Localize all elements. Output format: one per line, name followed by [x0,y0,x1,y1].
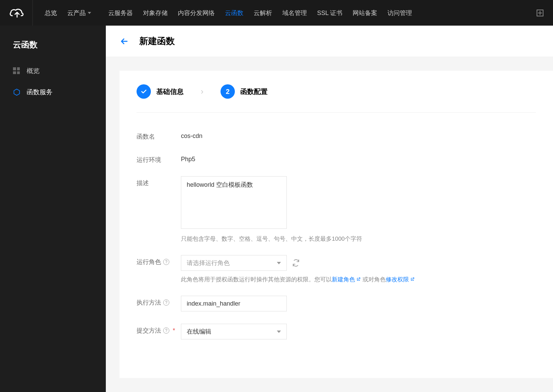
nav-item-cam[interactable]: 访问管理 [387,9,412,17]
grid-icon [13,67,20,75]
help-icon[interactable]: ? [163,327,169,334]
row-role: 运行角色 ? 请选择运行角色 此角色将用于授权函数运行时操作其 [137,255,536,283]
chevron-down-icon [277,262,281,264]
nav-primary: 总览 云产品 [33,9,91,17]
main-content: 新建函数 基础信息 › 2 函数配置 函数名 [106,26,553,392]
label-runtime: 运行环境 [137,153,181,164]
nav-overview-label: 总览 [45,9,57,17]
page-title: 新建函数 [139,35,175,47]
label-handler: 执行方法 ? [137,296,181,307]
help-icon[interactable]: ? [163,299,169,306]
external-link-icon [410,277,415,282]
nav-item-dns[interactable]: 云解析 [254,9,272,17]
logo[interactable] [0,0,33,26]
row-runtime: 运行环境 Php5 [137,153,536,164]
external-link-icon [356,277,361,282]
step-divider-icon: › [201,87,203,96]
row-submit-method: 提交方法 ? * 在线编辑 [137,324,536,339]
nav-item-domain[interactable]: 域名管理 [282,9,307,17]
row-handler: 执行方法 ? [137,296,536,311]
required-indicator: * [173,327,175,334]
wizard-steps: 基础信息 › 2 函数配置 [137,84,536,113]
nav-item-cvm[interactable]: 云服务器 [108,9,133,17]
svg-marker-0 [14,89,20,95]
nav-cloud-products[interactable]: 云产品 [67,9,91,17]
modify-permission-link[interactable]: 修改权限 [386,276,415,283]
cloud-logo-icon [9,8,24,18]
nav-item-icp[interactable]: 网站备案 [353,9,377,17]
value-function-name: cos-cdn [181,130,536,140]
submit-method-value: 在线编辑 [187,327,211,336]
sidebar: 云函数 概览 函数服务 [0,26,106,392]
nav-overview[interactable]: 总览 [45,9,57,17]
nav-item-cos[interactable]: 对象存储 [143,9,168,17]
sidebar-item-label: 概览 [27,67,40,75]
description-help: 只能包含字母、数字、空格、逗号、句号、中文，长度最多1000个字符 [181,235,536,243]
step-2[interactable]: 2 函数配置 [221,84,268,99]
label-function-name: 函数名 [137,130,181,141]
sidebar-item-label: 函数服务 [27,88,53,97]
hexagon-icon [13,88,20,96]
page-header: 新建函数 [106,26,553,57]
nav-secondary: 云服务器 对象存储 内容分发网络 云函数 云解析 域名管理 SSL 证书 网站备… [108,9,412,17]
row-function-name: 函数名 cos-cdn [137,130,536,141]
value-runtime: Php5 [181,153,536,163]
sidebar-item-overview[interactable]: 概览 [0,60,106,82]
step-2-circle: 2 [221,84,235,99]
create-role-link[interactable]: 新建角色 [332,276,361,283]
submit-method-select[interactable]: 在线编辑 [181,324,287,339]
nav-item-ssl[interactable]: SSL 证书 [317,9,342,17]
role-select[interactable]: 请选择运行角色 [181,255,287,271]
refresh-icon[interactable] [292,259,300,267]
nav-actions [537,10,553,16]
nav-item-scf[interactable]: 云函数 [225,9,243,17]
nav-item-cdn[interactable]: 内容分发网络 [178,9,215,17]
row-description: 描述 只能包含字母、数字、空格、逗号、句号、中文，长度最多1000个字符 [137,176,536,243]
check-icon [140,88,147,95]
label-submit-method: 提交方法 ? * [137,324,181,335]
sidebar-title: 云函数 [0,36,106,60]
sidebar-item-function-service[interactable]: 函数服务 [0,82,106,103]
label-description: 描述 [137,176,181,187]
nav-cloud-products-label: 云产品 [67,9,86,17]
label-role: 运行角色 ? [137,255,181,266]
step-1-circle [137,84,151,99]
step-1-label: 基础信息 [156,87,184,96]
back-arrow-icon[interactable] [119,37,129,46]
description-textarea[interactable] [181,176,287,229]
add-icon[interactable] [537,10,543,16]
top-bar: 总览 云产品 云服务器 对象存储 内容分发网络 云函数 云解析 域名管理 SSL… [0,0,553,26]
content-card: 基础信息 › 2 函数配置 函数名 cos-cdn 运行环境 Php5 描述 [119,71,553,378]
role-help: 此角色将用于授权函数运行时操作其他资源的权限。您可以新建角色 或对角色修改权限 [181,276,536,283]
chevron-down-icon [88,12,91,14]
help-icon[interactable]: ? [163,259,169,265]
step-1[interactable]: 基础信息 [137,84,184,99]
step-2-label: 函数配置 [240,87,268,96]
chevron-down-icon [277,331,281,333]
handler-input[interactable] [181,296,287,311]
role-select-placeholder: 请选择运行角色 [187,259,230,267]
